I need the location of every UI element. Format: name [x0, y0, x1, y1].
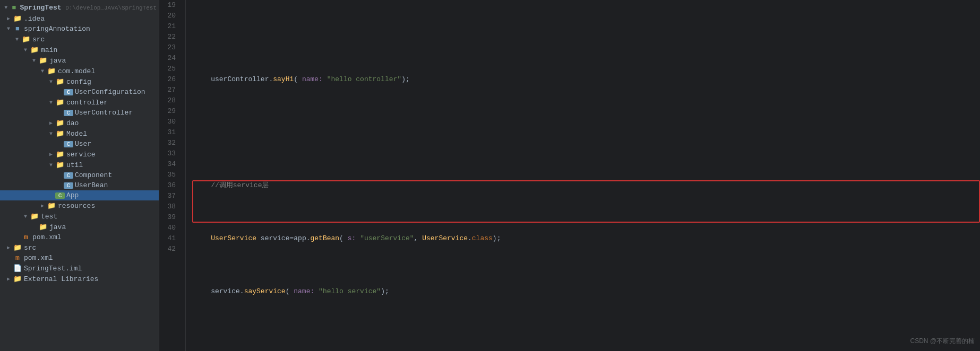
sidebar-item-springAnnotation[interactable]: ▼ ■ springAnnotation [0, 24, 159, 34]
code-editor: 19 20 21 22 23 24 25 26 27 28 29 30 31 3… [159, 0, 980, 351]
src-label: src [32, 36, 157, 43]
code-line-21: //调用service层 [194, 180, 980, 191]
User-label: User [75, 140, 157, 148]
arrow-dao: ▶ [47, 120, 55, 126]
pom-outer-label: pom.xml [24, 254, 157, 262]
arrow-external: ▶ [4, 276, 13, 282]
folder-icon: 📁 [55, 98, 65, 107]
sidebar-item-main[interactable]: ▼ 📁 main [0, 45, 159, 55]
sidebar-item-User[interactable]: C User [0, 139, 159, 149]
pom-inner-label: pom.xml [32, 233, 157, 241]
arrow-com-model: ▼ [38, 68, 47, 74]
arrow-main: ▼ [21, 47, 30, 53]
sidebar-item-resources[interactable]: ▶ 📁 resources [0, 200, 159, 211]
springAnnotation-label: springAnnotation [24, 25, 157, 33]
App-label: App [66, 191, 157, 199]
sidebar-item-SpringTest-iml[interactable]: 📄 SpringTest.iml [0, 263, 159, 274]
arrow: ▼ [2, 5, 10, 11]
xml-icon: m [21, 233, 31, 241]
sidebar-item-config[interactable]: ▼ 📁 config [0, 76, 159, 87]
sidebar-item-Component[interactable]: C Component [0, 170, 159, 180]
code-line-20 [194, 127, 980, 138]
test-label: test [41, 213, 157, 221]
sidebar-item-Model[interactable]: ▼ 📁 Model [0, 128, 159, 139]
sidebar-item-src[interactable]: ▼ 📁 src [0, 34, 159, 45]
UserBean-label: UserBean [75, 181, 157, 189]
code-content[interactable]: userController.sayHi( name: "hello contr… [186, 0, 980, 351]
external-libraries-label: External Libraries [24, 275, 157, 283]
iml-icon: 📄 [13, 264, 22, 273]
watermark: CSDN @不断完善的楠 [910, 337, 975, 346]
resources-label: resources [58, 202, 157, 210]
sidebar-item-com-model[interactable]: ▼ 📁 com.model [0, 66, 159, 76]
sidebar-item-dao[interactable]: ▶ 📁 dao [0, 118, 159, 128]
sidebar-item-java[interactable]: ▼ 📁 java [0, 55, 159, 66]
folder-icon: 📁 [55, 119, 65, 127]
class-icon: C [64, 89, 73, 95]
sidebar-item-external-libraries[interactable]: ▶ 📁 External Libraries [0, 274, 159, 284]
folder-icon: 📁 [38, 56, 48, 65]
arrow-util: ▼ [47, 162, 55, 168]
sidebar-item-idea[interactable]: ▶ 📁 .idea [0, 13, 159, 24]
project-icon: ■ [10, 4, 18, 12]
project-root-item[interactable]: ▼ ■ SpringTest D:\develop_JAVA\SpringTes… [0, 2, 159, 13]
util-label: util [66, 161, 157, 169]
folder-icon: 📁 [38, 223, 48, 231]
idea-label: .idea [24, 15, 157, 23]
Component-label: Component [75, 171, 157, 179]
service-label: service [66, 151, 157, 159]
arrow-service: ▶ [47, 151, 55, 157]
SpringTest-iml-label: SpringTest.iml [24, 265, 157, 273]
UserController-label: UserController [75, 109, 157, 117]
code-line-23: service.sayService( name: "hello service… [194, 286, 980, 297]
sidebar-item-UserConfiguration[interactable]: C UserConfiguration [0, 87, 159, 97]
folder-icon: 📁 [55, 129, 65, 138]
class-icon: C [64, 172, 73, 179]
main-label: main [41, 46, 157, 54]
sidebar-item-UserController[interactable]: C UserController [0, 108, 159, 118]
xml-icon: m [13, 254, 22, 262]
Model-label: Model [66, 130, 157, 138]
folder-icon: 📁 [55, 150, 65, 159]
sidebar-item-UserBean[interactable]: C UserBean [0, 180, 159, 190]
app-class-icon: C [55, 192, 65, 199]
arrow-config: ▼ [47, 79, 55, 85]
config-label: config [66, 78, 157, 86]
module-icon: ■ [13, 25, 22, 33]
folder-icon: 📁 [13, 243, 22, 252]
folder-icon: 📁 [30, 46, 39, 54]
sidebar-item-pom-outer[interactable]: m pom.xml [0, 253, 159, 263]
sidebar-item-test-java[interactable]: 📁 java [0, 222, 159, 232]
class-icon: C [64, 110, 73, 116]
folder-icon: 📁 [30, 212, 39, 221]
folder-icon: 📁 [55, 161, 65, 169]
java-label: java [49, 57, 157, 65]
sidebar-item-service[interactable]: ▶ 📁 service [0, 149, 159, 160]
arrow-springAnnotation: ▼ [4, 26, 13, 32]
file-tree[interactable]: ▼ ■ SpringTest D:\develop_JAVA\SpringTes… [0, 0, 159, 351]
sidebar-item-App[interactable]: C App [0, 190, 159, 200]
arrow-Model: ▼ [47, 131, 55, 137]
src2-label: src [24, 244, 157, 252]
sidebar-item-controller[interactable]: ▼ 📁 controller [0, 97, 159, 108]
arrow-resources: ▶ [38, 203, 47, 209]
code-line-24 [194, 339, 980, 350]
sidebar-item-util[interactable]: ▼ 📁 util [0, 160, 159, 170]
sidebar-item-pom-inner[interactable]: m pom.xml [0, 232, 159, 242]
folder-icon: 📁 [47, 201, 56, 210]
project-label: SpringTest D:\develop_JAVA\SpringTest [20, 4, 157, 12]
folder-icon: 📁 [21, 35, 31, 43]
sidebar-item-test[interactable]: ▼ 📁 test [0, 211, 159, 222]
code-line-19: userController.sayHi( name: "hello contr… [194, 74, 980, 85]
arrow-src: ▼ [13, 37, 21, 42]
UserConfiguration-label: UserConfiguration [75, 88, 157, 96]
folder-icon: 📁 [13, 14, 22, 23]
test-java-label: java [49, 223, 157, 231]
arrow-src2: ▶ [4, 244, 13, 251]
code-container: 19 20 21 22 23 24 25 26 27 28 29 30 31 3… [159, 0, 980, 351]
arrow-java: ▼ [30, 58, 38, 64]
folder-icon: 📁 [55, 77, 65, 86]
sidebar-item-src2[interactable]: ▶ 📁 src [0, 242, 159, 253]
arrow-test: ▼ [21, 214, 30, 220]
class-icon: C [64, 141, 73, 147]
